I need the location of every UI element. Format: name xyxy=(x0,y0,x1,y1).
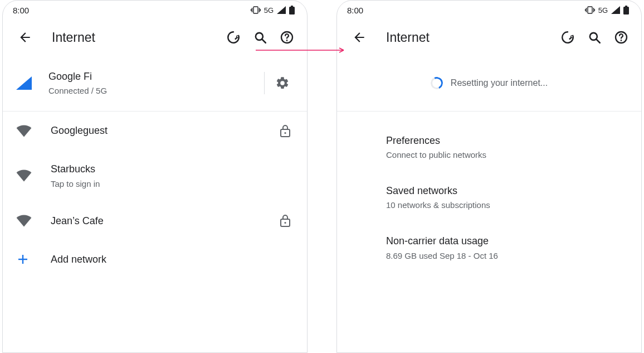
reset-wrench-icon xyxy=(226,30,241,45)
wifi-icon xyxy=(16,125,32,137)
arrow-back-icon xyxy=(18,30,32,45)
search-icon xyxy=(253,30,267,45)
status-bar: 8:00 5G xyxy=(3,1,307,20)
arrow-back-icon xyxy=(352,30,367,45)
connected-network-row[interactable]: Google Fi Connected / 5G xyxy=(3,55,307,111)
status-network-type: 5G xyxy=(598,6,608,14)
pref-sub: Connect to public networks xyxy=(386,149,626,161)
search-button[interactable] xyxy=(247,24,274,51)
resetting-banner: Resetting your internet... xyxy=(337,55,641,111)
wifi-icon xyxy=(16,215,32,227)
wifi-network-name: Googleguest xyxy=(51,124,279,138)
pref-title: Saved networks xyxy=(386,184,626,198)
svg-rect-0 xyxy=(253,7,258,13)
battery-icon xyxy=(289,6,295,14)
reset-button[interactable] xyxy=(220,24,247,51)
search-button[interactable] xyxy=(581,24,608,51)
svg-rect-6 xyxy=(291,6,293,7)
status-icons: 5G xyxy=(251,6,295,14)
svg-rect-5 xyxy=(289,7,295,14)
spinner-icon xyxy=(429,75,445,91)
wifi-icon xyxy=(16,170,32,182)
help-icon xyxy=(614,30,628,45)
pref-sub: 8.69 GB used Sep 18 - Oct 16 xyxy=(386,250,626,262)
divider xyxy=(264,72,265,94)
gear-icon xyxy=(275,76,290,90)
svg-point-12 xyxy=(284,132,286,134)
cell-signal-icon xyxy=(16,76,32,90)
page-title: Internet xyxy=(52,30,220,45)
saved-networks-row[interactable]: Saved networks 10 networks & subscriptio… xyxy=(372,175,641,220)
svg-rect-17 xyxy=(588,7,592,13)
reset-wrench-icon xyxy=(560,30,575,45)
network-settings-button[interactable] xyxy=(269,70,296,96)
plus-icon xyxy=(16,253,30,266)
lock-icon xyxy=(279,214,291,228)
connected-network-status: Connected / 5G xyxy=(48,85,264,96)
help-icon xyxy=(280,30,294,45)
status-bar: 8:00 5G xyxy=(337,1,641,20)
svg-point-10 xyxy=(286,40,288,41)
page-title: Internet xyxy=(386,30,554,45)
back-button[interactable] xyxy=(12,24,38,51)
search-icon xyxy=(587,30,602,45)
svg-rect-23 xyxy=(625,6,627,7)
wifi-network-row[interactable]: Jean’s Cafe xyxy=(3,202,307,240)
add-network-label: Add network xyxy=(51,253,291,267)
wifi-network-row[interactable]: Starbucks Tap to sign in xyxy=(3,150,307,201)
svg-point-27 xyxy=(621,40,622,41)
wifi-network-name: Starbucks xyxy=(51,162,291,176)
reset-button[interactable] xyxy=(554,24,581,51)
status-icons: 5G xyxy=(585,6,629,14)
svg-point-14 xyxy=(284,222,286,224)
phone-screen-right: 8:00 5G Internet Resetting your internet… xyxy=(336,0,642,353)
battery-icon xyxy=(623,6,629,14)
app-bar: Internet xyxy=(3,20,307,55)
wifi-network-name: Jean’s Cafe xyxy=(51,214,279,228)
cell-signal-icon xyxy=(277,6,286,14)
help-button[interactable] xyxy=(274,24,300,51)
help-button[interactable] xyxy=(608,24,635,51)
pref-title: Preferences xyxy=(386,134,626,148)
pref-title: Non-carrier data usage xyxy=(386,234,626,248)
wifi-network-row[interactable]: Googleguest xyxy=(3,112,307,150)
status-clock: 8:00 xyxy=(347,6,363,15)
cell-signal-icon xyxy=(611,6,620,14)
status-clock: 8:00 xyxy=(13,6,29,15)
vibrate-icon xyxy=(585,6,595,14)
svg-line-8 xyxy=(262,39,265,42)
wifi-network-list: Googleguest Starbucks Tap to sign in Jea… xyxy=(3,112,307,279)
preferences-list: Preferences Connect to public networks S… xyxy=(337,112,641,270)
add-network-row[interactable]: Add network xyxy=(3,240,307,279)
status-network-type: 5G xyxy=(264,6,274,14)
svg-line-25 xyxy=(596,39,599,42)
phone-screen-left: 8:00 5G Internet Google Fi Connected xyxy=(2,0,308,353)
vibrate-icon xyxy=(251,6,261,14)
connected-network-name: Google Fi xyxy=(48,70,264,84)
lock-icon xyxy=(279,124,291,138)
preferences-row[interactable]: Preferences Connect to public networks xyxy=(372,125,641,170)
wifi-network-sub: Tap to sign in xyxy=(51,178,291,190)
pref-sub: 10 networks & subscriptions xyxy=(386,199,626,211)
app-bar: Internet xyxy=(337,20,641,55)
back-button[interactable] xyxy=(346,24,373,51)
data-usage-row[interactable]: Non-carrier data usage 8.69 GB used Sep … xyxy=(372,225,641,270)
svg-rect-22 xyxy=(623,7,629,14)
resetting-label: Resetting your internet... xyxy=(451,78,548,88)
